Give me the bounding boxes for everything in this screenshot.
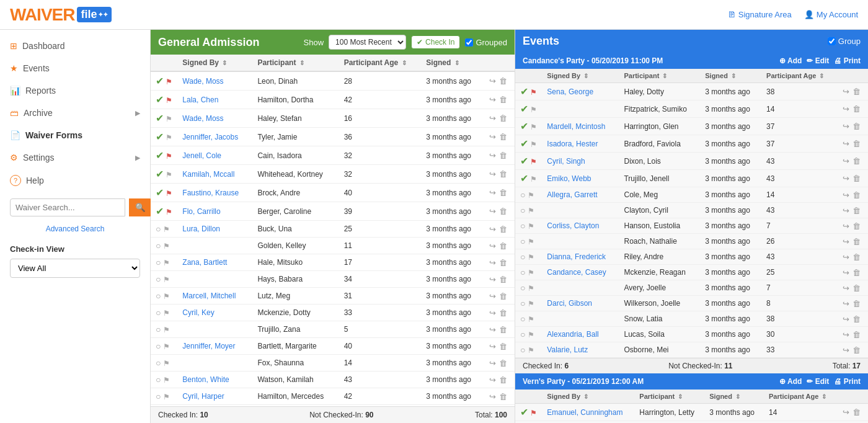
redirect-action[interactable]: ↪ (843, 299, 849, 308)
print-action[interactable]: 🖨 Print (834, 377, 861, 386)
delete-action[interactable]: 🗑 (852, 252, 861, 262)
delete-action[interactable]: 🗑 (499, 275, 507, 284)
delete-action[interactable]: 🗑 (499, 375, 507, 385)
redirect-action[interactable]: ↪ (843, 345, 849, 355)
delete-action[interactable]: 🗑 (852, 299, 861, 308)
add-action[interactable]: ⊕ Add (779, 377, 802, 386)
signed-by-link[interactable]: Jenniffer, Jacobs (182, 133, 238, 141)
signed-by-link[interactable]: Wade, Moss (182, 114, 223, 123)
signed-by-link[interactable]: Sena, George (547, 87, 593, 96)
delete-action[interactable]: 🗑 (499, 241, 507, 251)
grouped-checkbox[interactable] (465, 38, 473, 47)
sidebar-item-reports[interactable]: 📊 Reports (0, 79, 150, 102)
signed-by-link[interactable]: Isadora, Hester (547, 140, 598, 148)
redirect-action[interactable]: ↪ (843, 174, 849, 183)
delete-action[interactable]: 🗑 (499, 358, 507, 368)
redirect-action[interactable]: ↪ (489, 225, 496, 234)
col-signed-by[interactable]: Signed By ⇕ (542, 69, 619, 83)
redirect-action[interactable]: ↪ (489, 342, 496, 351)
signed-by-link[interactable]: Valarie, Lutz (547, 345, 588, 354)
signed-by-link[interactable]: Corliss, Clayton (547, 221, 599, 230)
redirect-action[interactable]: ↪ (489, 275, 496, 284)
signed-by-link[interactable]: Kamilah, Mccall (182, 170, 234, 179)
redirect-action[interactable]: ↪ (843, 221, 849, 231)
redirect-action[interactable]: ↪ (843, 283, 849, 293)
search-input[interactable] (10, 198, 125, 216)
delete-action[interactable]: 🗑 (499, 76, 507, 86)
redirect-action[interactable]: ↪ (489, 132, 496, 141)
delete-action[interactable]: 🗑 (852, 268, 861, 277)
delete-action[interactable]: 🗑 (852, 156, 861, 166)
sidebar-item-settings[interactable]: ⚙ Settings ▶ (0, 146, 150, 169)
search-button[interactable]: 🔍 (129, 198, 152, 216)
signed-by-link[interactable]: Emiko, Webb (547, 174, 591, 183)
signature-area-link[interactable]: 🖹 Signature Area (728, 10, 792, 19)
delete-action[interactable]: 🗑 (852, 407, 861, 417)
col-participant[interactable]: Participant ⇕ (634, 390, 704, 404)
checkin-view-select[interactable]: View All (10, 259, 140, 278)
delete-action[interactable]: 🗑 (499, 114, 507, 123)
redirect-action[interactable]: ↪ (843, 104, 849, 114)
delete-action[interactable]: 🗑 (852, 283, 861, 293)
edit-action[interactable]: ✏ Edit (807, 56, 829, 65)
delete-action[interactable]: 🗑 (499, 151, 507, 160)
redirect-action[interactable]: ↪ (489, 258, 496, 267)
signed-by-link[interactable]: Dianna, Frederick (547, 252, 606, 261)
col-age[interactable]: Participant Age ⇕ (761, 69, 837, 83)
delete-action[interactable]: 🗑 (852, 314, 861, 324)
redirect-action[interactable]: ↪ (843, 190, 849, 200)
redirect-action[interactable]: ↪ (843, 156, 849, 166)
delete-action[interactable]: 🗑 (499, 95, 507, 104)
sidebar-item-help[interactable]: ? Help (0, 169, 150, 192)
add-action[interactable]: ⊕ Add (779, 56, 802, 65)
redirect-action[interactable]: ↪ (843, 268, 849, 277)
show-select[interactable]: 100 Most Recent (329, 35, 406, 50)
col-participant[interactable]: Participant ⇕ (619, 69, 700, 83)
redirect-action[interactable]: ↪ (843, 237, 849, 246)
signed-by-link[interactable]: Lala, Chen (182, 96, 218, 104)
delete-action[interactable]: 🗑 (499, 308, 507, 318)
sidebar-item-dashboard[interactable]: ⊞ Dashboard (0, 35, 150, 57)
redirect-action[interactable]: ↪ (489, 151, 496, 160)
delete-action[interactable]: 🗑 (499, 225, 507, 234)
signed-by-link[interactable]: Wade, Moss (182, 77, 223, 86)
signed-by-link[interactable]: Benton, White (182, 375, 229, 384)
signed-by-link[interactable]: Darci, Gibson (547, 299, 592, 308)
edit-action[interactable]: ✏ Edit (807, 377, 829, 386)
redirect-action[interactable]: ↪ (489, 188, 496, 197)
sidebar-item-archive[interactable]: 🗃 Archive ▶ (0, 102, 150, 124)
redirect-action[interactable]: ↪ (489, 392, 496, 401)
delete-action[interactable]: 🗑 (852, 87, 861, 96)
delete-action[interactable]: 🗑 (852, 174, 861, 183)
signed-by-link[interactable]: Allegra, Garrett (547, 190, 597, 199)
redirect-action[interactable]: ↪ (489, 95, 496, 104)
delete-action[interactable]: 🗑 (499, 392, 507, 401)
delete-action[interactable]: 🗑 (499, 188, 507, 197)
delete-action[interactable]: 🗑 (852, 206, 861, 215)
redirect-action[interactable]: ↪ (489, 358, 496, 368)
redirect-action[interactable]: ↪ (489, 292, 496, 301)
sidebar-item-events[interactable]: ★ Events (0, 57, 150, 79)
print-action[interactable]: 🖨 Print (834, 56, 861, 65)
delete-action[interactable]: 🗑 (852, 104, 861, 114)
signed-by-link[interactable]: Cyril, Key (182, 308, 214, 317)
signed-by-link[interactable]: Faustino, Krause (182, 189, 239, 197)
redirect-action[interactable]: ↪ (843, 122, 849, 131)
redirect-action[interactable]: ↪ (843, 139, 849, 148)
signed-by-link[interactable]: Emanuel, Cunningham (547, 408, 622, 417)
delete-action[interactable]: 🗑 (852, 345, 861, 355)
signed-by-link[interactable]: Marcell, Mitchell (182, 292, 236, 300)
delete-action[interactable]: 🗑 (852, 139, 861, 148)
redirect-action[interactable]: ↪ (843, 407, 849, 417)
signed-by-link[interactable]: Mardell, Mcintosh (547, 122, 605, 131)
delete-action[interactable]: 🗑 (852, 237, 861, 246)
col-age[interactable]: Participant Age ⇕ (764, 390, 837, 404)
signed-by-link[interactable]: Jenell, Cole (182, 151, 221, 160)
redirect-action[interactable]: ↪ (843, 252, 849, 262)
signed-by-link[interactable]: Alexandria, Ball (547, 330, 598, 339)
delete-action[interactable]: 🗑 (499, 342, 507, 351)
redirect-action[interactable]: ↪ (489, 76, 496, 86)
signed-by-link[interactable]: Zana, Bartlett (182, 258, 227, 267)
delete-action[interactable]: 🗑 (499, 132, 507, 141)
redirect-action[interactable]: ↪ (489, 375, 496, 385)
